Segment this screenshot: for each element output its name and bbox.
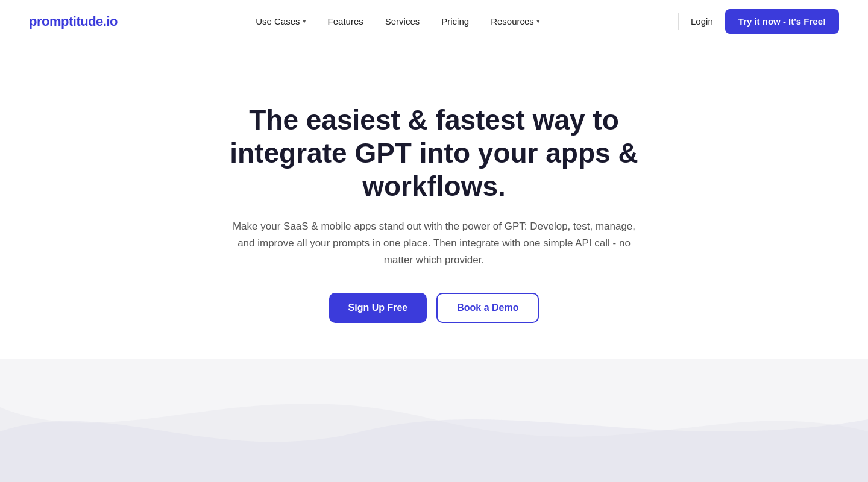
- hero-buttons: Sign Up Free Book a Demo: [329, 293, 539, 323]
- hero-subtitle: Make your SaaS & mobile apps stand out w…: [229, 218, 639, 269]
- nav-right: Login Try it now - It's Free!: [678, 9, 839, 34]
- hero-section: The easiest & fastest way to integrate G…: [0, 43, 868, 323]
- sign-up-free-button[interactable]: Sign Up Free: [329, 293, 427, 323]
- chevron-down-icon: ▾: [536, 17, 540, 25]
- wave-decoration: [0, 359, 868, 482]
- nav-item-services[interactable]: Services: [385, 16, 420, 27]
- navbar: promptitude.io Use Cases ▾ Features Serv…: [0, 0, 868, 43]
- book-demo-button[interactable]: Book a Demo: [436, 293, 539, 323]
- nav-item-pricing[interactable]: Pricing: [441, 16, 469, 27]
- chevron-down-icon: ▾: [303, 17, 306, 25]
- login-link[interactable]: Login: [691, 16, 713, 27]
- nav-links: Use Cases ▾ Features Services Pricing Re…: [256, 16, 540, 27]
- nav-item-use-cases[interactable]: Use Cases ▾: [256, 16, 306, 27]
- hero-title: The easiest & fastest way to integrate G…: [223, 104, 645, 204]
- logo[interactable]: promptitude.io: [29, 14, 118, 30]
- nav-divider: [678, 13, 679, 30]
- nav-item-features[interactable]: Features: [328, 16, 363, 27]
- nav-item-resources[interactable]: Resources ▾: [491, 16, 540, 27]
- try-it-now-button[interactable]: Try it now - It's Free!: [725, 9, 839, 34]
